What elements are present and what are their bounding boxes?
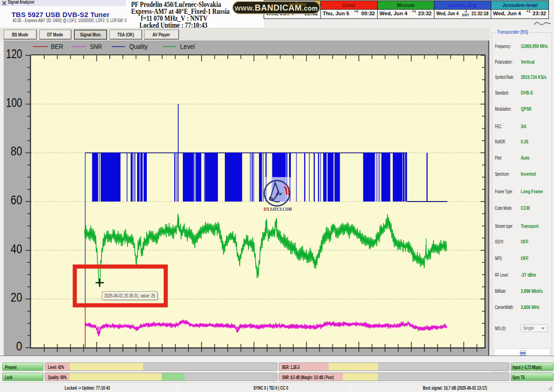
svg-text:80: 80 bbox=[11, 144, 22, 158]
svg-text:BER: BER bbox=[51, 43, 63, 50]
svg-text:Level: Level bbox=[180, 43, 195, 50]
svg-text:120: 120 bbox=[6, 47, 22, 61]
svg-text:Quality: Quality bbox=[129, 43, 148, 50]
svg-text:60: 60 bbox=[11, 193, 22, 207]
svg-text:0: 0 bbox=[16, 339, 22, 353]
svg-text:SNR: SNR bbox=[90, 43, 102, 50]
svg-text:100: 100 bbox=[6, 95, 22, 110]
svg-text:20: 20 bbox=[11, 290, 22, 304]
svg-text:40: 40 bbox=[11, 242, 22, 256]
svg-text:DX: DX bbox=[264, 207, 270, 212]
svg-text:2025-06-01 20.35.01, value: 25: 2025-06-01 20.35.01, value: 25 bbox=[104, 293, 155, 298]
svg-text:SATCS.COM: SATCS.COM bbox=[270, 207, 292, 212]
